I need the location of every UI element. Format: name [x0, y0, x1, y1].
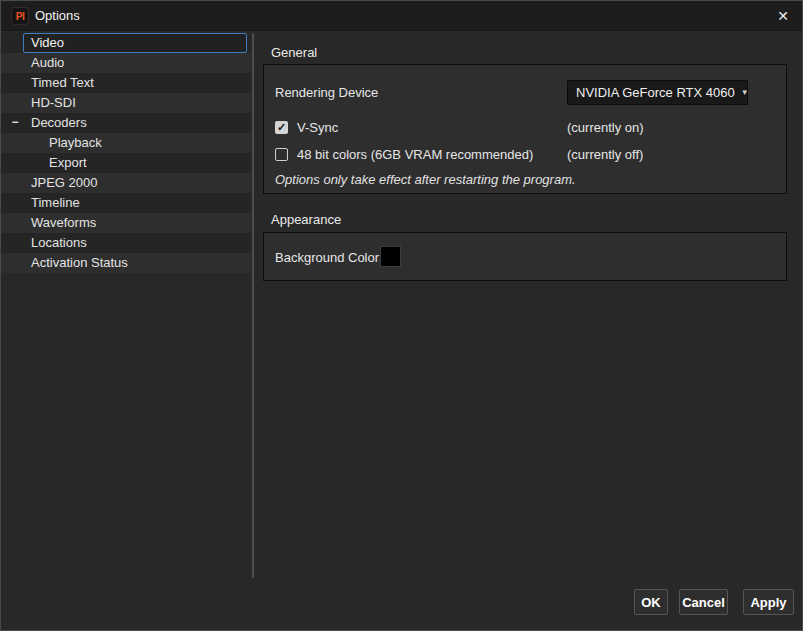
sidebar-item-locations[interactable]: Locations	[1, 233, 251, 253]
appearance-section-title: Appearance	[271, 212, 341, 227]
options-dialog: Pl Options ✕ Video Audio Timed Text HD-S…	[0, 0, 803, 631]
sidebar-item-jpeg-2000[interactable]: JPEG 2000	[1, 173, 251, 193]
check-icon: ✓	[275, 121, 288, 134]
sidebar-item-playback[interactable]: Playback	[1, 133, 251, 153]
sidebar-item-audio[interactable]: Audio	[1, 53, 251, 73]
sidebar-item-activation-status[interactable]: Activation Status	[1, 253, 251, 273]
chevron-down-icon: ▼	[741, 88, 749, 97]
48bit-status: (currently off)	[567, 148, 643, 162]
cancel-button[interactable]: Cancel	[679, 589, 728, 615]
48bit-checkbox[interactable]	[275, 148, 288, 161]
sidebar-item-decoders[interactable]: − Decoders	[1, 113, 251, 133]
sidebar-item-timed-text[interactable]: Timed Text	[1, 73, 251, 93]
ok-button[interactable]: OK	[634, 589, 668, 615]
sidebar-item-hd-sdi[interactable]: HD-SDI	[1, 93, 251, 113]
app-icon: Pl	[11, 7, 29, 25]
sidebar-item-video[interactable]: Video	[1, 33, 251, 53]
rendering-device-value: NVIDIA GeForce RTX 4060	[576, 85, 735, 100]
vsync-status: (currently on)	[567, 121, 644, 135]
general-section-title: General	[271, 45, 317, 60]
dialog-body: Video Audio Timed Text HD-SDI − Decoders…	[1, 31, 802, 630]
48bit-label[interactable]: 48 bit colors (6GB VRAM recommended)	[297, 148, 533, 162]
content-panel: General Rendering Device NVIDIA GeForce …	[254, 31, 802, 630]
selected-item-highlight: Video	[23, 33, 247, 53]
close-icon[interactable]: ✕	[766, 1, 800, 31]
sidebar-item-timeline[interactable]: Timeline	[1, 193, 251, 213]
title-bar: Pl Options ✕	[1, 1, 802, 31]
general-groupbox: Rendering Device NVIDIA GeForce RTX 4060…	[263, 64, 787, 194]
rendering-device-label: Rendering Device	[275, 86, 378, 100]
app-icon-glyph: Pl	[16, 11, 24, 22]
background-color-swatch[interactable]	[380, 246, 401, 267]
window-title: Options	[35, 1, 80, 31]
background-color-label: Background Color:	[275, 251, 383, 265]
sidebar-item-waveforms[interactable]: Waveforms	[1, 213, 251, 233]
apply-button[interactable]: Apply	[743, 589, 794, 615]
restart-note: Options only take effect after restartin…	[275, 172, 576, 187]
appearance-groupbox: Background Color:	[263, 232, 787, 281]
sidebar: Video Audio Timed Text HD-SDI − Decoders…	[1, 31, 251, 630]
vsync-label[interactable]: V-Sync	[297, 121, 338, 135]
sidebar-item-export[interactable]: Export	[1, 153, 251, 173]
rendering-device-select[interactable]: NVIDIA GeForce RTX 4060 ▼	[567, 80, 748, 105]
vsync-checkbox[interactable]: ✓	[275, 121, 288, 134]
collapse-icon[interactable]: −	[7, 113, 23, 133]
